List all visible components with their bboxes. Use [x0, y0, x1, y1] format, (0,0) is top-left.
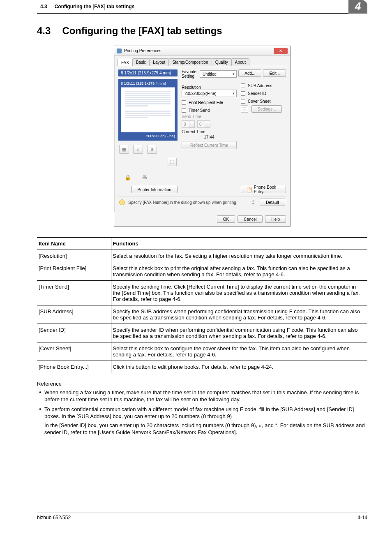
table-row: [Sender ID]Specify the sender ID when pe… [37, 324, 367, 342]
tab-basic[interactable]: Basic [132, 58, 150, 66]
cover-sheet-label: Cover Sheet [248, 99, 271, 104]
close-button[interactable]: ✕ [274, 48, 288, 54]
reference-list: When sending a fax using a timer, make s… [37, 388, 367, 436]
tab-quality[interactable]: Quality [212, 58, 232, 66]
table-head-item: Item Name [37, 238, 111, 250]
phonebook-icon [247, 187, 251, 192]
current-time-label: Current Time [182, 130, 237, 134]
paper-size-header: 8 1/2x11 (215.9x279.4 mm) [118, 69, 178, 76]
help-button[interactable]: Help [265, 215, 286, 223]
sender-id-label: Sender ID [248, 91, 266, 96]
table-row: [SUB Address]Specify the SUB address whe… [37, 305, 367, 324]
page-preview: 8 1/2x11 (215.9x279.4 mm) 200x200dpi(Fin… [118, 79, 178, 141]
checkbox-icon [241, 99, 245, 104]
current-time-value: 17:44 [182, 135, 237, 139]
table-row: [Timer Send]Specify the sending time. Cl… [37, 281, 367, 305]
table-row: [Print Recipient File]Select this check … [37, 262, 367, 281]
favorite-edit-button[interactable]: Edit... [263, 69, 286, 77]
phone-book-entry-button[interactable]: Phone Book Entry... [241, 186, 286, 193]
favorite-setting-label: Favorite Setting [182, 69, 196, 79]
header-section-number: 4.3 [40, 4, 47, 9]
info-icon[interactable]: ⓘ [168, 158, 177, 166]
tab-fax[interactable]: FAX [118, 59, 133, 66]
header-section-title: Configuring the [FAX] tab settings [55, 4, 135, 9]
header-text: 4.3 Configuring the [FAX] tab settings [37, 0, 348, 14]
dialog-title: Printing Preferences [124, 49, 161, 53]
printing-preferences-dialog: Printing Preferences ✕ FAX Basic Layout … [114, 46, 291, 227]
functions-table: Item Name Functions [Resolution]Select a… [37, 237, 367, 373]
section-title: Configuring the [FAX] tab settings [62, 25, 222, 37]
section-heading: 4.3 Configuring the [FAX] tab settings [37, 25, 367, 37]
ok-button[interactable]: OK [217, 215, 235, 223]
table-row: [Cover Sheet]Select this check box to co… [37, 342, 367, 361]
preview-footer: 200x200dpi(Fine) [121, 134, 175, 138]
checkbox-icon [241, 91, 245, 96]
table-head-functions: Functions [111, 238, 367, 250]
table-row: [Resolution]Select a resolution for the … [37, 250, 367, 262]
printer-glyph-icon: 🖶 [139, 173, 150, 182]
send-time-hour-spinner[interactable]: 0 [182, 120, 195, 128]
checkbox-icon [182, 108, 186, 113]
timer-send-checkbox[interactable]: Timer Send [182, 108, 237, 113]
cover-sheet-settings-button[interactable]: Settings... [251, 105, 282, 113]
reference-item: When sending a fax using a timer, make s… [44, 388, 367, 403]
tab-stamp-composition[interactable]: Stamp/Composition [168, 58, 212, 66]
send-time-minute-spinner[interactable]: 0 [197, 120, 210, 128]
resolution-label: Resolution [182, 85, 237, 90]
view-pages-icon[interactable]: ▦ [119, 145, 129, 154]
checkbox-icon [182, 100, 186, 105]
sub-address-checkbox[interactable]: SUB Address [241, 83, 286, 88]
page-footer: bizhub 652/552 4-14 [37, 513, 367, 520]
cancel-button[interactable]: Cancel [238, 215, 263, 223]
view-detail-icon[interactable]: 🗎 [147, 145, 157, 154]
section-number: 4.3 [37, 25, 51, 37]
reflect-current-time-button[interactable]: Reflect Current Time [182, 141, 237, 149]
cover-sheet-checkbox[interactable]: Cover Sheet [241, 99, 286, 104]
reference-item: To perform confidential communication wi… [44, 405, 367, 436]
hint-scroll[interactable]: ▴▾ [252, 199, 256, 206]
close-icon: ✕ [279, 49, 282, 53]
dialog-titlebar: Printing Preferences ✕ [114, 46, 290, 56]
tab-strip: FAX Basic Layout Stamp/Composition Quali… [118, 58, 287, 66]
timer-send-label: Timer Send [189, 108, 210, 113]
print-recipient-file-label: Print Recipient File [189, 100, 223, 105]
lock-icon: 🔒 [122, 173, 133, 182]
favorite-setting-combo[interactable]: Untitled [200, 70, 237, 78]
print-recipient-file-checkbox[interactable]: Print Recipient File [182, 100, 237, 105]
checkbox-icon [241, 83, 245, 88]
send-time-label: Send Time [182, 114, 237, 119]
resolution-combo[interactable]: 200x200dpi(Fine) [182, 90, 237, 97]
sub-address-label: SUB Address [248, 83, 272, 88]
footer-model: bizhub 652/552 [37, 515, 71, 520]
default-button[interactable]: Default [260, 199, 285, 206]
printer-information-button[interactable]: Printer Information [131, 186, 178, 193]
cover-sheet-thumb-icon [241, 105, 248, 113]
sender-id-checkbox[interactable]: Sender ID [241, 91, 286, 96]
tab-layout[interactable]: Layout [149, 58, 169, 66]
printer-icon [117, 49, 122, 53]
favorite-add-button[interactable]: Add... [238, 69, 261, 77]
page-header: 4.3 Configuring the [FAX] tab settings 4 [37, 0, 367, 14]
view-printer-icon[interactable]: ⌂ [133, 145, 143, 154]
hint-text: Specify [FAX Number] in the dialog shown… [128, 200, 249, 205]
table-row: [Phone Book Entry...]Click this button t… [37, 361, 367, 373]
tab-about[interactable]: About [231, 58, 249, 66]
paper-size-inner: 8 1/2x11 (215.9x279.4 mm) [121, 81, 175, 86]
reference-heading: Reference [37, 381, 367, 387]
hint-bulb-icon: ! [119, 199, 125, 205]
chapter-badge: 4 [348, 0, 367, 14]
footer-page-number: 4-14 [357, 515, 367, 520]
